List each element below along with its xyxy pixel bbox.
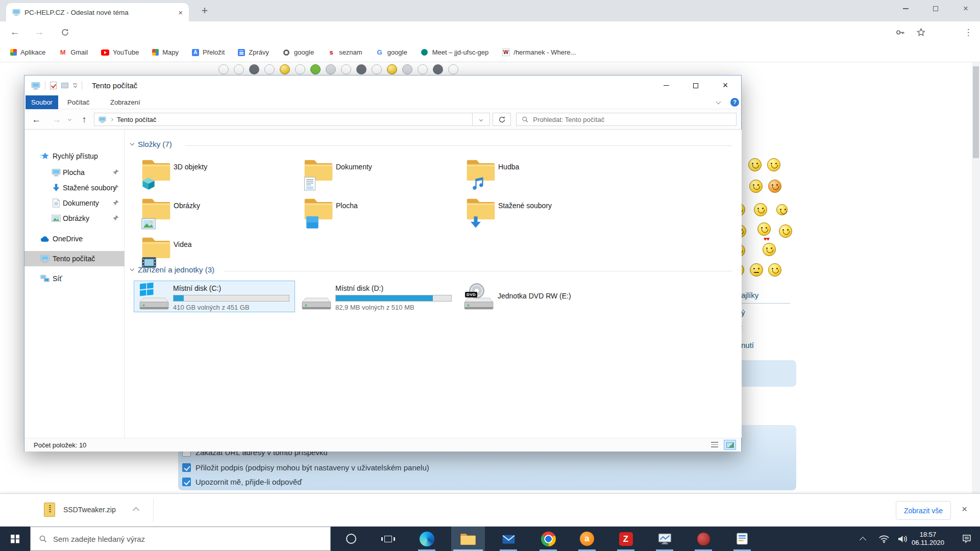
smiley-icon[interactable] (757, 222, 771, 236)
taskbar-edge[interactable] (414, 527, 439, 551)
smiley-icon[interactable] (754, 203, 767, 216)
nav-history-icon[interactable] (68, 117, 71, 121)
smiley-icon[interactable] (326, 64, 336, 74)
bookmark-google[interactable]: Ggoogle (376, 48, 407, 57)
download-file-name[interactable]: SSDTweaker.zip (63, 506, 116, 514)
taskbar-resource-monitor[interactable] (652, 527, 677, 551)
tab-close-icon[interactable]: × (178, 8, 183, 17)
sidebar-link[interactable]: ý (741, 308, 745, 317)
smiley-icon[interactable] (749, 180, 763, 193)
refresh-button[interactable] (493, 113, 511, 126)
browser-menu-icon[interactable]: ⋮ (961, 21, 976, 43)
bookmark-apps[interactable]: Aplikace (10, 48, 45, 56)
taskbar-search-input[interactable] (53, 535, 278, 543)
taskbar-search-box[interactable] (30, 527, 331, 551)
smiley-icon[interactable] (387, 64, 397, 74)
smiley-icon[interactable] (280, 64, 290, 74)
new-folder-icon[interactable] (61, 83, 68, 88)
start-button[interactable] (0, 527, 30, 551)
smiley-icon[interactable] (748, 158, 762, 171)
smiley-icon[interactable] (767, 158, 780, 171)
bookmark-seznam[interactable]: sseznam (327, 48, 362, 57)
folder-tile-3d-objekty[interactable]: 3D objekty (135, 158, 288, 190)
smiley-icon[interactable] (750, 263, 763, 277)
smiley-icon[interactable] (264, 64, 275, 74)
show-all-downloads-button[interactable]: Zobrazit vše (896, 501, 951, 520)
details-view-button[interactable] (708, 440, 721, 450)
folder-tile-dokumenty[interactable]: Dokumenty (297, 158, 450, 190)
checkbox[interactable] (182, 463, 191, 472)
explorer-minimize-button[interactable] (654, 76, 678, 95)
action-center-button[interactable] (955, 527, 978, 551)
smiley-icon[interactable] (402, 64, 412, 74)
folder-tile-videa[interactable]: Videa (135, 236, 288, 267)
browser-maximize-button[interactable] (923, 0, 948, 17)
sidebar-item-quick-access[interactable]: Rychlý přístup (24, 149, 125, 163)
drive-tile-c[interactable]: Místní disk (C:) 410 GB volných z 451 GB (134, 281, 295, 312)
smiley-icon[interactable] (763, 243, 776, 256)
tab-pocitac[interactable]: Počítač (67, 95, 89, 109)
nav-up-button[interactable]: ↑ (77, 109, 92, 130)
taskbar-notes[interactable] (730, 527, 754, 551)
taskbar-diagnostics[interactable] (691, 527, 716, 551)
drive-tile-d[interactable]: Místní disk (D:) 82,9 MB volných z 510 M… (296, 281, 457, 312)
browser-close-button[interactable]: × (953, 0, 978, 17)
cortana-button[interactable] (339, 527, 363, 551)
collapse-chevron-icon[interactable] (130, 141, 134, 145)
folder-tile-hudba[interactable]: Hudba (459, 158, 612, 190)
folder-tile-obrazky[interactable]: Obrázky (135, 197, 288, 229)
smiley-icon[interactable] (448, 64, 458, 74)
smiley-icon[interactable] (768, 263, 781, 277)
reload-button[interactable] (57, 21, 72, 43)
download-bar-close-icon[interactable]: × (962, 504, 967, 515)
smiley-icon[interactable] (341, 64, 351, 74)
bookmark-youtube[interactable]: YouTube (101, 48, 139, 57)
group-header-drives[interactable]: Zařízení a jednotky (3) (131, 265, 214, 274)
smiley-icon[interactable] (218, 64, 229, 74)
bookmark-gmail[interactable]: MGmail (59, 48, 88, 57)
bookmark-google-gear[interactable]: google (282, 48, 314, 57)
bookmark-star-icon[interactable] (913, 21, 928, 43)
folder-tile-stazene-soubory[interactable]: Stažené soubory (459, 197, 612, 229)
explorer-maximize-button[interactable] (683, 76, 708, 95)
group-header-folders[interactable]: Složky (7) (131, 140, 172, 148)
sidebar-item-stazene-soubory[interactable]: Stažené soubory (24, 181, 125, 195)
explorer-close-button[interactable]: × (713, 76, 738, 95)
smiley-icon[interactable] (433, 64, 443, 74)
new-tab-button[interactable]: + (198, 4, 211, 17)
folder-tile-plocha[interactable]: Plocha (297, 197, 450, 229)
taskbar-zoner[interactable]: Z (614, 527, 638, 551)
sidebar-item-plocha[interactable]: Plocha (24, 165, 125, 180)
browser-tab[interactable]: PC-HELP.CZ - Odeslat nové téma × (6, 3, 189, 21)
address-dropdown-icon[interactable] (473, 113, 490, 126)
taskbar-mail[interactable] (496, 527, 521, 551)
tray-wifi[interactable] (874, 527, 894, 551)
sidebar-item-tento-pocitac[interactable]: Tento počítač (24, 251, 125, 266)
taskbar-chrome[interactable] (536, 527, 560, 551)
sidebar-link[interactable]: ajlíky (741, 291, 758, 299)
tab-soubor[interactable]: Soubor (26, 95, 58, 109)
sidebar-item-sit[interactable]: Síť (24, 271, 125, 286)
explorer-search-input[interactable] (533, 116, 731, 123)
properties-icon[interactable] (50, 82, 57, 89)
tab-zobrazeni[interactable]: Zobrazení (110, 95, 140, 109)
customize-toolbar-icon[interactable] (73, 84, 77, 87)
explorer-title-bar[interactable]: Tento počítač × (24, 76, 741, 95)
help-icon[interactable]: ? (730, 98, 739, 107)
smiley-icon[interactable] (295, 64, 305, 74)
sidebar-link[interactable]: nutí (741, 341, 754, 349)
sidebar-item-obrazky[interactable]: Obrázky (24, 211, 125, 226)
sidebar-item-dokumenty[interactable]: Dokumenty (24, 196, 125, 210)
smiley-icon[interactable] (779, 224, 792, 238)
taskbar-avast[interactable]: a (575, 527, 599, 551)
checkbox[interactable] (182, 478, 191, 486)
download-options-chevron-icon[interactable] (133, 507, 139, 514)
bookmark-news[interactable]: Zprávy (238, 48, 269, 56)
bookmark-meet[interactable]: Meet – jjd-ufsc-gep (421, 48, 489, 57)
forward-button[interactable]: → (32, 21, 47, 43)
taskbar-clock[interactable]: 18:57 06.11.2020 (902, 527, 953, 551)
scrollbar-thumb[interactable] (973, 66, 979, 158)
collapse-chevron-icon[interactable] (130, 267, 134, 271)
bookmark-hermanek[interactable]: W/hermanek - Where... (502, 48, 576, 57)
smiley-icon[interactable] (776, 204, 788, 215)
